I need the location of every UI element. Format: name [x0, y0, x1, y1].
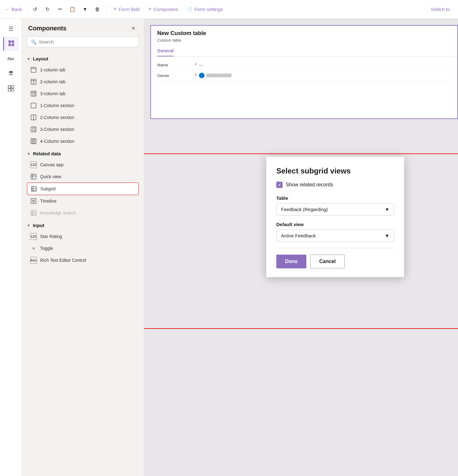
1col-tab-label: 1-column tab — [40, 67, 65, 72]
plus-icon-component: + — [148, 6, 152, 13]
search-box[interactable]: 🔍 — [27, 36, 139, 47]
svg-rect-27 — [31, 174, 36, 179]
components-title: Components — [28, 25, 66, 32]
field-owner-label: Owner — [157, 73, 195, 78]
component-rich-text-editor[interactable]: Abc Rich Text Editor Control — [27, 254, 139, 266]
done-button[interactable]: Done — [276, 255, 306, 268]
component-1col-section[interactable]: 1-Column section — [27, 100, 139, 111]
delete-button[interactable]: 🗑 — [92, 4, 102, 14]
1col-section-icon — [30, 102, 37, 109]
default-view-select-value: Active Feedback — [281, 233, 316, 238]
field-name-value: --- — [199, 63, 203, 67]
svg-rect-2 — [8, 44, 11, 46]
close-button[interactable]: ✕ — [129, 24, 138, 33]
component-quick-view[interactable]: Quick view — [27, 171, 139, 183]
component-subgrid[interactable]: Subgrid — [27, 183, 139, 195]
toggle-icon: ≡ — [30, 245, 37, 252]
tab-general[interactable]: General — [157, 46, 174, 56]
section-related-data-label: Related data — [33, 151, 61, 156]
sidebar-icon-grid[interactable] — [3, 37, 19, 51]
field-owner: Owner * 👤 — [157, 70, 451, 81]
component-3col-section[interactable]: 3-Column section — [27, 123, 139, 135]
2col-tab-icon — [30, 78, 37, 85]
sidebar-icon-layers[interactable] — [3, 67, 19, 81]
3col-section-icon — [30, 126, 37, 133]
switch-label: Switch to — [431, 7, 450, 12]
2col-section-icon — [30, 114, 37, 121]
show-related-records-row: ✓ Show related records — [276, 182, 394, 188]
show-related-records-checkbox[interactable]: ✓ — [276, 182, 283, 188]
plus-icon-form-field: + — [113, 6, 117, 13]
component-timeline[interactable]: Timeline — [27, 195, 139, 207]
components-header: Components ✕ — [22, 19, 144, 36]
form-settings-button[interactable]: 📄 Form settings — [184, 5, 226, 14]
section-input-label: Input — [33, 223, 44, 228]
svg-rect-8 — [31, 67, 36, 72]
component-4col-section[interactable]: 4-Column section — [27, 135, 139, 147]
menu-icon: ☰ — [8, 25, 13, 32]
dialog-divider — [276, 248, 394, 248]
component-1col-tab[interactable]: 1-column tab — [27, 64, 139, 76]
rich-text-editor-label: Rich Text Editor Control — [40, 258, 86, 263]
table-select[interactable]: Feedback (Regarding) ▼ — [276, 203, 394, 215]
paste-button[interactable]: 📋 — [67, 4, 77, 14]
component-2col-section[interactable]: 2-Column section — [27, 111, 139, 123]
4col-section-icon — [30, 138, 37, 145]
field-owner-required: * — [195, 73, 196, 78]
redo-button[interactable]: ↻ — [42, 4, 52, 14]
default-view-select[interactable]: Active Feedback ▼ — [276, 230, 394, 242]
sidebar-icon-components[interactable] — [3, 82, 19, 96]
component-button[interactable]: + Component — [145, 4, 181, 14]
components-scroll[interactable]: ▼ Layout 1-column tab 2-column tab — [22, 52, 144, 476]
component-2col-tab[interactable]: 2-column tab — [27, 76, 139, 88]
component-canvas-app[interactable]: 123 Canvas app — [27, 159, 139, 171]
section-layout-label: Layout — [33, 56, 48, 61]
components-icon — [8, 85, 14, 93]
layers-icon — [8, 70, 14, 78]
svg-rect-17 — [31, 103, 36, 108]
quick-view-label: Quick view — [40, 174, 61, 179]
grid-icon — [8, 40, 14, 48]
owner-value — [206, 74, 232, 77]
svg-rect-38 — [31, 210, 36, 215]
section-related-data-header[interactable]: ▼ Related data — [27, 151, 139, 156]
default-view-field-label: Default view — [276, 222, 394, 227]
dialog-title: Select subgrid views — [276, 167, 394, 175]
switch-button[interactable]: Switch to — [428, 5, 453, 14]
main-content: New Custom table Custom table General Na… — [144, 19, 458, 476]
form-field-button[interactable]: + Form field — [110, 4, 143, 14]
timeline-icon — [30, 198, 37, 204]
default-view-select-chevron: ▼ — [385, 233, 389, 238]
back-button[interactable]: ← Back — [5, 7, 27, 12]
undo-button[interactable]: ↺ — [30, 4, 40, 14]
1col-tab-icon — [30, 66, 37, 73]
form-settings-icon: 📄 — [187, 7, 193, 12]
component-3col-tab[interactable]: 3-column tab — [27, 88, 139, 100]
component-knowledge-search: Knowledge search — [27, 207, 139, 219]
svg-rect-6 — [8, 89, 11, 91]
knowledge-search-label: Knowledge search — [40, 210, 76, 215]
form-field-label: Form field — [119, 7, 140, 12]
2col-section-label: 2-Column section — [40, 115, 74, 120]
sidebar-icon-menu[interactable]: ☰ — [3, 22, 19, 36]
sidebar-icons: ☰ Abc — [0, 19, 22, 476]
svg-rect-30 — [31, 186, 36, 191]
sidebar-icon-text[interactable]: Abc — [3, 52, 19, 66]
subgrid-label: Subgrid — [40, 186, 55, 191]
svg-rect-0 — [8, 40, 11, 43]
section-input-header[interactable]: ▼ Input — [27, 223, 139, 228]
cut-button[interactable]: ✂ — [55, 4, 65, 14]
section-input-chevron: ▼ — [27, 224, 30, 227]
cancel-button[interactable]: Cancel — [310, 255, 345, 268]
component-toggle[interactable]: ≡ Toggle — [27, 242, 139, 254]
search-input[interactable] — [39, 39, 135, 44]
3col-tab-label: 3-column tab — [40, 91, 65, 96]
section-related-data-chevron: ▼ — [27, 152, 30, 156]
field-name: Name * --- — [157, 60, 451, 70]
table-field-group: Table Feedback (Regarding) ▼ — [276, 195, 394, 215]
dropdown-button[interactable]: ▼ — [80, 4, 90, 14]
component-star-rating[interactable]: 123 Star Rating — [27, 230, 139, 242]
section-layout-header[interactable]: ▼ Layout — [27, 56, 139, 61]
svg-rect-7 — [11, 89, 14, 91]
search-icon: 🔍 — [31, 39, 36, 44]
